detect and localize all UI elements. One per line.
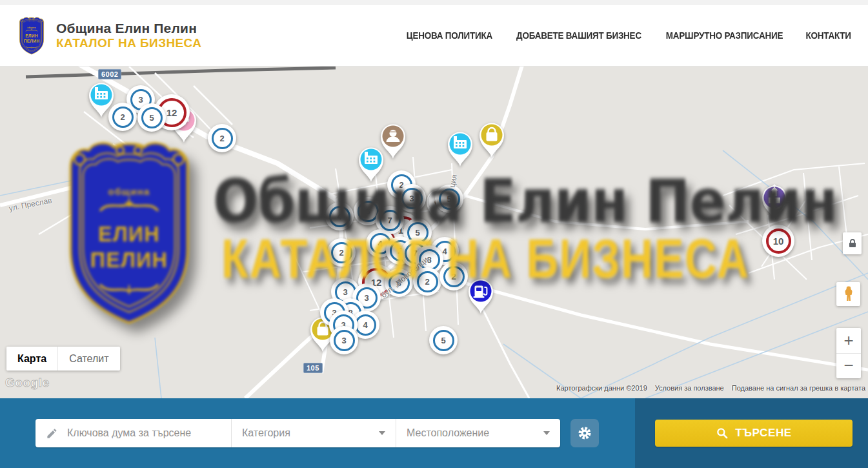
- road-badge: 6002: [98, 69, 121, 79]
- gear-icon: [577, 425, 592, 441]
- cluster-count: 2: [219, 134, 224, 143]
- road-badge: 105: [303, 363, 323, 373]
- keyword-input[interactable]: [66, 427, 217, 440]
- nav-item-1[interactable]: ЦЕНОВА ПОЛИТИКА: [407, 30, 492, 41]
- cluster-marker[interactable]: 3: [330, 326, 358, 354]
- search-bar: Категория Местоположение ТЪРСЕНЕ: [0, 398, 868, 468]
- nav-item-2[interactable]: ДОБАВЕТЕ ВАШИЯТ БИЗНЕС: [516, 30, 641, 41]
- cluster-marker[interactable]: 2: [439, 262, 468, 290]
- maptype-map-button[interactable]: Карта: [6, 347, 57, 371]
- google-logo[interactable]: Google: [5, 376, 49, 390]
- cluster-marker[interactable]: 2: [327, 238, 356, 267]
- brand[interactable]: община ЕЛИН ПЕЛИН Община Елин Пелин КАТА…: [16, 16, 201, 56]
- location-select[interactable]: Местоположение: [396, 419, 560, 447]
- logo-text-line2: ПЕЛИН: [24, 39, 40, 43]
- lock-icon: [848, 238, 857, 249]
- zoom-control: + −: [836, 328, 861, 378]
- category-value: Категория: [242, 427, 290, 439]
- cluster-count: 12: [167, 107, 177, 118]
- search-icon: [716, 427, 729, 440]
- cluster-count: 4: [442, 247, 447, 256]
- map-attribution: Картографски данни ©2019 Условия за полз…: [556, 384, 865, 392]
- cluster-count: 7: [387, 216, 392, 225]
- logo-text-line1: ЕЛИН: [25, 34, 38, 38]
- cluster-count: 5: [447, 194, 451, 204]
- maptype-control: Карта Сателит: [6, 347, 120, 371]
- zoom-in-button[interactable]: +: [836, 328, 861, 354]
- cluster-count: 2: [425, 277, 429, 287]
- cluster-count: 4: [363, 320, 367, 330]
- chevron-down-icon: [379, 431, 385, 435]
- cluster-count: 2: [451, 272, 456, 281]
- cluster-count: 4: [337, 212, 341, 221]
- attribution-copyright: Картографски данни ©2019: [556, 384, 647, 392]
- advanced-settings-button[interactable]: [570, 419, 599, 447]
- logo-text-top: община: [27, 26, 35, 28]
- category-pin-fuel-icon[interactable]: [464, 274, 498, 318]
- cluster-marker[interactable]: 2: [208, 124, 236, 152]
- municipality-logo: община ЕЛИН ПЕЛИН: [16, 16, 47, 56]
- category-pin-church-icon[interactable]: [758, 181, 791, 225]
- chevron-down-icon: [543, 431, 550, 435]
- cluster-marker[interactable]: 5: [137, 103, 166, 132]
- site-title: Община Елин Пелин: [56, 21, 201, 36]
- category-select[interactable]: Категория: [231, 419, 396, 447]
- cluster-marker[interactable]: 3: [398, 184, 426, 212]
- maptype-satellite-button[interactable]: Сателит: [57, 347, 119, 371]
- cluster-count: 5: [415, 228, 419, 238]
- cluster-count: 3: [138, 95, 143, 105]
- category-pin-factory-icon[interactable]: [443, 127, 477, 171]
- cluster-count: 3: [409, 194, 414, 203]
- cluster-count: 10: [773, 236, 784, 247]
- lock-button[interactable]: [843, 232, 862, 254]
- cluster-count: 5: [441, 336, 445, 345]
- site-subtitle: КАТАЛОГ НА БИЗНЕСА: [56, 36, 201, 50]
- pegman-icon: [843, 286, 854, 303]
- terms-link[interactable]: Условия за ползване: [655, 384, 724, 392]
- cluster-marker[interactable]: 5: [429, 326, 458, 354]
- map-canvas[interactable]: 123252235136475427482128223383433510 ул.…: [0, 66, 868, 398]
- cluster-count: 6: [365, 207, 370, 216]
- cluster-marker[interactable]: 4: [325, 202, 354, 230]
- streetview-pegman-button[interactable]: [836, 282, 860, 306]
- cluster-count: 4: [378, 239, 382, 249]
- cluster-count: 3: [364, 293, 368, 303]
- category-pin-bag-icon[interactable]: [475, 118, 509, 162]
- location-value: Местоположение: [407, 427, 489, 439]
- cluster-count: 2: [120, 112, 125, 122]
- nav-item-3[interactable]: МАРШРУТНО РАЗПИСАНИЕ: [666, 30, 783, 41]
- cluster-marker[interactable]: 5: [435, 185, 463, 213]
- nav-item-4[interactable]: КОНТАКТИ: [805, 30, 851, 41]
- search-button[interactable]: ТЪРСЕНЕ: [655, 420, 853, 447]
- keyword-field[interactable]: [35, 419, 231, 447]
- category-pin-worker-icon[interactable]: [376, 119, 410, 163]
- cluster-marker[interactable]: 10: [762, 225, 794, 257]
- cluster-marker[interactable]: 2: [108, 103, 137, 131]
- search-fields: Категория Местоположение: [35, 419, 560, 447]
- zoom-out-button[interactable]: −: [836, 354, 861, 379]
- cluster-count: 3: [341, 336, 346, 345]
- header: община ЕЛИН ПЕЛИН Община Елин Пелин КАТА…: [0, 0, 868, 66]
- cluster-count: 3: [343, 287, 347, 297]
- cluster-count: 5: [149, 113, 154, 123]
- pencil-icon: [46, 427, 58, 440]
- main-nav: ЦЕНОВА ПОЛИТИКАДОБАВЕТЕ ВАШИЯТ БИЗНЕСМАР…: [405, 30, 852, 41]
- cluster-count: 2: [339, 248, 343, 258]
- report-error-link[interactable]: Подаване на сигнал за грешка в картата: [732, 384, 865, 392]
- search-button-label: ТЪРСЕНЕ: [735, 427, 792, 440]
